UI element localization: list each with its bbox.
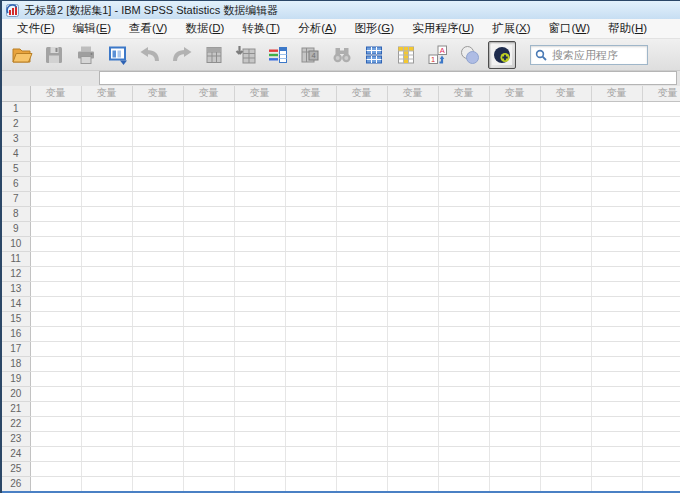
data-cell[interactable] (336, 221, 387, 236)
data-cell[interactable] (234, 371, 285, 386)
variable-info-button[interactable]: 4 (296, 41, 324, 69)
data-cell[interactable] (30, 146, 81, 161)
column-header-1[interactable]: 变量 (30, 86, 81, 101)
data-cell[interactable] (234, 401, 285, 416)
data-cell[interactable] (387, 131, 438, 146)
data-cell[interactable] (642, 296, 680, 311)
data-cell[interactable] (642, 161, 680, 176)
data-cell[interactable] (642, 191, 680, 206)
data-cell[interactable] (132, 206, 183, 221)
data-cell[interactable] (540, 356, 591, 371)
column-header-11[interactable]: 变量 (540, 86, 591, 101)
data-cell[interactable] (387, 101, 438, 116)
data-cell[interactable] (30, 476, 81, 491)
data-cell[interactable] (489, 386, 540, 401)
menu-item-9[interactable]: 扩展(X) (483, 19, 539, 38)
data-cell[interactable] (285, 401, 336, 416)
data-cell[interactable] (489, 116, 540, 131)
data-cell[interactable] (540, 191, 591, 206)
data-cell[interactable] (642, 386, 680, 401)
data-cell[interactable] (336, 161, 387, 176)
data-cell[interactable] (540, 131, 591, 146)
variables-button[interactable] (264, 41, 292, 69)
data-cell[interactable] (132, 446, 183, 461)
data-cell[interactable] (81, 311, 132, 326)
data-cell[interactable] (285, 431, 336, 446)
row-header-12[interactable]: 12 (2, 266, 30, 281)
data-cell[interactable] (234, 146, 285, 161)
data-cell[interactable] (438, 101, 489, 116)
row-header-13[interactable]: 13 (2, 281, 30, 296)
data-cell[interactable] (591, 176, 642, 191)
data-cell[interactable] (234, 296, 285, 311)
column-header-6[interactable]: 变量 (285, 86, 336, 101)
data-cell[interactable] (438, 146, 489, 161)
data-cell[interactable] (489, 266, 540, 281)
open-data-button[interactable] (8, 41, 36, 69)
data-cell[interactable] (489, 461, 540, 476)
data-cell[interactable] (438, 401, 489, 416)
column-header-9[interactable]: 变量 (438, 86, 489, 101)
row-header-1[interactable]: 1 (2, 101, 30, 116)
data-cell[interactable] (591, 356, 642, 371)
data-cell[interactable] (489, 131, 540, 146)
data-cell[interactable] (489, 401, 540, 416)
data-cell[interactable] (81, 371, 132, 386)
data-cell[interactable] (489, 431, 540, 446)
data-cell[interactable] (30, 221, 81, 236)
data-cell[interactable] (81, 251, 132, 266)
data-cell[interactable] (336, 251, 387, 266)
data-cell[interactable] (234, 206, 285, 221)
data-cell[interactable] (183, 161, 234, 176)
data-cell[interactable] (336, 296, 387, 311)
data-cell[interactable] (336, 311, 387, 326)
data-cell[interactable] (336, 416, 387, 431)
grid-corner-cell[interactable] (2, 86, 30, 101)
data-cell[interactable] (591, 191, 642, 206)
data-cell[interactable] (336, 386, 387, 401)
data-cell[interactable] (336, 476, 387, 491)
data-cell[interactable] (489, 146, 540, 161)
data-cell[interactable] (540, 386, 591, 401)
data-cell[interactable] (591, 401, 642, 416)
data-cell[interactable] (336, 401, 387, 416)
data-cell[interactable] (234, 416, 285, 431)
data-cell[interactable] (132, 131, 183, 146)
data-cell[interactable] (81, 446, 132, 461)
data-cell[interactable] (540, 251, 591, 266)
data-cell[interactable] (285, 356, 336, 371)
cell-editor-input[interactable] (99, 71, 677, 85)
data-cell[interactable] (387, 296, 438, 311)
data-cell[interactable] (642, 251, 680, 266)
data-cell[interactable] (591, 146, 642, 161)
data-cell[interactable] (438, 116, 489, 131)
data-cell[interactable] (438, 341, 489, 356)
data-cell[interactable] (132, 266, 183, 281)
data-cell[interactable] (591, 386, 642, 401)
data-cell[interactable] (387, 431, 438, 446)
data-cell[interactable] (336, 356, 387, 371)
data-cell[interactable] (30, 446, 81, 461)
data-cell[interactable] (642, 146, 680, 161)
data-cell[interactable] (336, 176, 387, 191)
data-cell[interactable] (234, 236, 285, 251)
data-cell[interactable] (30, 176, 81, 191)
data-cell[interactable] (234, 446, 285, 461)
data-cell[interactable] (285, 416, 336, 431)
data-cell[interactable] (642, 416, 680, 431)
data-cell[interactable] (285, 191, 336, 206)
data-cell[interactable] (183, 311, 234, 326)
data-cell[interactable] (30, 311, 81, 326)
data-cell[interactable] (642, 116, 680, 131)
data-cell[interactable] (30, 131, 81, 146)
data-cell[interactable] (183, 266, 234, 281)
redo-button[interactable] (168, 41, 196, 69)
data-cell[interactable] (81, 476, 132, 491)
data-cell[interactable] (438, 431, 489, 446)
data-cell[interactable] (642, 476, 680, 491)
data-cell[interactable] (489, 161, 540, 176)
data-cell[interactable] (591, 221, 642, 236)
data-cell[interactable] (591, 266, 642, 281)
data-cell[interactable] (438, 176, 489, 191)
data-cell[interactable] (81, 266, 132, 281)
